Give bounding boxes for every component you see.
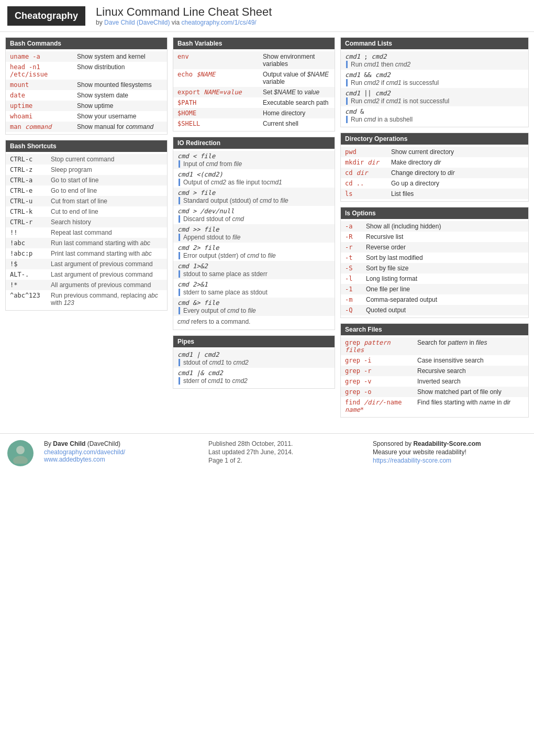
cmd-code: cmd1 ; cmd2 [345,53,524,60]
cmd-sub-text: Run cmd1 then cmd2 [351,61,410,68]
ls-val: Sort by file size [366,265,408,272]
footer-sponsor-url[interactable]: https://readability-score.com [373,457,451,464]
io-note: cmd refers to a command. [173,316,335,327]
cmd-val: Show system and kernel [77,53,146,60]
table-row: uptime Show uptime [6,101,167,111]
directory-ops-section: Directory Operations pwd Show current di… [340,133,529,202]
dir-val: List files [391,190,414,198]
col-mid: Bash Variables env Show environment vari… [173,37,335,394]
footer-sponsor-desc: Measure your website readability! [373,448,527,456]
table-row: CTRL-r Search history [6,217,167,227]
command-lists-header: Command Lists [341,38,528,49]
sf-val: Search for pattern in files [417,339,487,354]
table-row: !! Repeat last command [6,227,167,238]
footer-updated: Last updated 27th June, 2014. [208,448,362,456]
shortcut-key: CTRL-z [10,166,47,173]
shortcut-key: !$ [10,260,47,268]
io-redirection-body: cmd < file Input of cmd from file cmd1 <… [173,149,335,330]
io-bar [179,215,180,223]
cmd-val: Show manual for command [77,123,153,130]
table-row: -R Recursive list [341,232,528,242]
ls-val: Comma-separated output [366,296,437,303]
ls-key: -m [345,296,361,303]
table-row: CTRL-c Stop current command [6,154,167,165]
pipe-bar [179,359,180,366]
search-files-body: grep pattern files Search for pattern in… [341,335,528,417]
cmd-bar [346,116,348,123]
shortcut-val: Search history [51,218,91,226]
table-row: -Q Quoted output [341,305,528,315]
ls-val: One file per line [366,286,410,293]
io-desc-text: Input of cmd from file [183,160,242,168]
io-item: cmd 2> file Error output (stderr) of cmd… [173,243,335,261]
table-row: CTRL-a Go to start of line [6,175,167,185]
io-cmd: cmd &> file [177,299,330,306]
footer-author-url1[interactable]: cheatography.com/davechild/ [44,448,125,456]
cmd-sub: Run cmd2 if cmd1 is successful [345,79,524,86]
var-val: Set $NAME to value [263,89,319,96]
footer-author-url2[interactable]: www.addedbytes.com [44,456,105,463]
io-desc: stdout to same place as stderr [177,270,330,278]
cmd-key: uptime [10,102,73,109]
io-desc: Output of cmd2 as file input tocmd1 [177,179,330,186]
pipe-bar [179,377,180,385]
var-key: $PATH [177,99,259,106]
pipe-item: cmd1 | cmd2 stdout of cmd1 to cmd2 [173,349,335,368]
shortcut-val: All arguments of previous command [51,281,151,289]
ls-key: -t [345,254,361,261]
io-cmd: cmd >> file [177,226,330,233]
cmd-sub: Run cmd2 if cmd1 is not successful [345,97,524,105]
cmd-key: uname -a [10,53,73,60]
io-desc-text: Every output of cmd to file [183,307,256,314]
ls-key: -R [345,233,361,240]
io-cmd: cmd > /dev/null [177,207,330,215]
shortcut-val: Last argument of previous command [51,271,153,278]
table-row: export NAME=value Set $NAME to value [173,87,335,97]
cmd-sub: Run cmd in a subshell [345,116,524,123]
io-desc-text: Error output (stderr) of cmd to file [183,252,276,259]
shortcut-key: CTRL-c [10,156,47,163]
sf-key: find /dir/-name name* [345,399,413,413]
author-link[interactable]: Dave Child (DaveChild) [104,19,170,26]
pipe-desc: stderr of cmd1 to cmd2 [177,377,330,385]
logo: Cheatography [7,6,85,26]
shortcut-key: ^abc^123 [10,292,47,306]
io-item: cmd >> file Append stdout to file [173,224,335,243]
cmd-key: whoami [10,113,73,120]
io-desc: stderr to same place as stdout [177,289,330,296]
table-row: whoami Show your username [6,111,167,122]
sf-key: grep pattern files [345,339,413,354]
io-desc-text: Append stdout to file [183,234,240,241]
bash-commands-header: Bash Commands [6,38,167,49]
table-row: grep -o Show matched part of file only [341,387,528,397]
ls-val: Recursive list [366,233,403,240]
dir-key: ls [345,190,387,198]
shortcut-key: !abc [10,239,47,247]
table-row: !* All arguments of previous command [6,280,167,290]
bash-shortcuts-body: CTRL-c Stop current command CTRL-z Sleep… [6,152,167,310]
cheat-url-link[interactable]: cheatography.com/1/cs/49/ [181,19,256,26]
table-row: ALT-. Last argument of previous command [6,269,167,280]
table-row: -t Sort by last modified [341,253,528,263]
io-cmd: cmd 2>&1 [177,281,330,288]
io-bar [179,197,180,204]
col-right: Command Lists cmd1 ; cmd2 Run cmd1 then … [340,37,529,423]
footer-sponsor: Sponsored by Readability-Score.com Measu… [373,440,527,464]
table-row: date Show system date [6,90,167,101]
io-desc: Standard output (stdout) of cmd to file [177,197,330,204]
var-key: env [177,53,259,68]
cmd-bar [346,61,348,68]
ls-val: Quoted output [366,306,406,314]
io-item: cmd 2>&1 stderr to same place as stdout [173,279,335,298]
io-bar [179,289,180,296]
dir-val: Make directory dir [391,159,441,166]
cmd-val: Show distribution [77,63,125,78]
footer: By Dave Child (DaveChild) cheatography.c… [0,433,534,473]
shortcut-val: Print last command starting with abc [51,250,152,257]
command-lists-section: Command Lists cmd1 ; cmd2 Run cmd1 then … [340,37,529,127]
pipes-section: Pipes cmd1 | cmd2 stdout of cmd1 to cmd2… [173,335,335,389]
shortcut-key: CTRL-a [10,177,47,184]
io-cmd: cmd 2> file [177,244,330,251]
sf-key: grep -r [345,367,413,375]
io-item: cmd > file Standard output (stdout) of c… [173,188,335,206]
